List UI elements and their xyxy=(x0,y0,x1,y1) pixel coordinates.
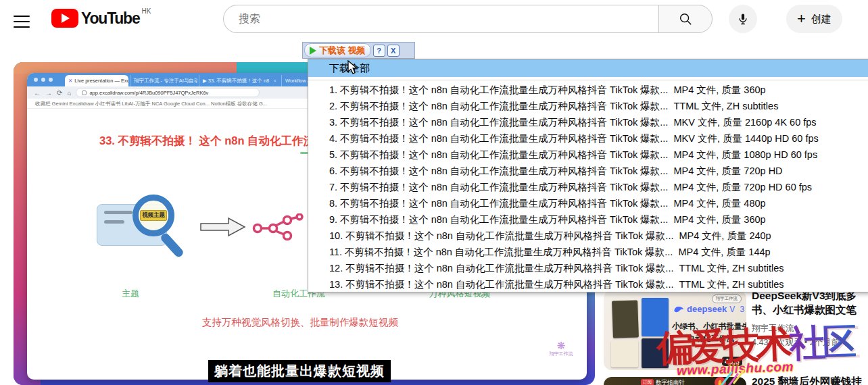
channel-watermark: ❋ 翔宇工作流 xyxy=(546,340,576,357)
forward-icon: → xyxy=(45,89,52,97)
arrow-illustration xyxy=(200,217,246,236)
create-label: 创建 xyxy=(811,13,831,26)
youtube-logo[interactable]: YouTube HK xyxy=(51,9,151,28)
download-menu-item[interactable]: 3. 不剪辑不拍摄！这个 n8n 自动化工作流批量生成万种风格抖音 TikTok… xyxy=(308,114,868,130)
download-video-button[interactable]: 下载该 视频 xyxy=(304,43,371,57)
search-bar xyxy=(223,5,713,33)
menu-separator xyxy=(308,77,868,80)
download-menu-item[interactable]: 11. 不剪辑不拍摄！这个 n8n 自动化工作流批量生成万种风格抖音 TikTo… xyxy=(308,244,868,260)
download-menu-item[interactable]: 2. 不剪辑不拍摄！这个 n8n 自动化工作流批量生成万种风格抖音 TikTok… xyxy=(308,98,868,114)
back-icon: ← xyxy=(34,89,41,97)
youtube-play-icon xyxy=(51,9,78,28)
tab-label: ▶ 33. 不剪辑不拍摄！这个 n8 xyxy=(203,78,269,84)
book-cover xyxy=(612,300,639,338)
n8n-nodes-icon xyxy=(251,213,308,242)
tab-label: Live presentation — Exca xyxy=(74,78,128,84)
download-all-item[interactable]: 下载全部 xyxy=(308,59,868,77)
thumbnail-text: 小绿书、小红书批量生成 xyxy=(672,322,746,332)
video-subtitle: 躺着也能批量出爆款短视频 xyxy=(208,360,391,382)
video-tab: ▶ 33. 不剪辑不拍摄！这个 n8 × xyxy=(199,75,280,86)
deepseek-version: V 3 xyxy=(729,305,746,314)
region-badge: HK xyxy=(142,7,151,15)
download-extension-bar: 下载该 视频 ? X xyxy=(302,42,415,59)
channel-name[interactable]: 翔宇工作流 xyxy=(752,323,868,334)
video-stats: 4.43万次观看 • 2个月前 xyxy=(752,337,868,349)
step-label-topic: 主题 xyxy=(110,288,151,300)
excalidraw-icon: ✕ xyxy=(68,78,72,84)
suggested-video-title[interactable]: 2025 翻墙后外网赚钱挂 xyxy=(752,375,868,385)
download-menu-item[interactable]: 5. 不剪辑不拍摄！这个 n8n 自动化工作流批量生成万种风格抖音 TikTok… xyxy=(308,147,868,163)
search-button[interactable] xyxy=(658,5,713,33)
thumbnail-text: 自动化工作流 xyxy=(688,334,734,344)
book-cover xyxy=(642,338,669,368)
channel-watermark-text: 翔宇工作流 xyxy=(546,351,576,357)
book-cover xyxy=(642,298,669,336)
microphone-icon xyxy=(736,12,750,26)
download-video-label: 下载该 视频 xyxy=(319,45,366,57)
youtube-page: ✕ Live presentation — Exca × 翔宇工作流 - 专注于… xyxy=(0,0,868,385)
suggested-video-thumbnail[interactable]: deepseek V 3 小绿书、小红书批量生成 自动化工作流 翔宇工作流 43… xyxy=(604,290,746,370)
youtube-header: YouTube HK + 创建 xyxy=(0,0,868,38)
close-button[interactable]: X xyxy=(387,45,400,57)
deepseek-wordmark: deepseek xyxy=(687,304,727,314)
play-triangle-icon xyxy=(310,47,316,55)
stop-hand-icon: ✋ xyxy=(715,377,726,385)
video-slide-title: 33. 不剪辑不拍摄！ 这个 n8n 自动化工作流批量生成 xyxy=(99,134,320,149)
search-box[interactable] xyxy=(223,5,658,33)
tab-label: 翔宇工作流 - 专注于AI与自动 xyxy=(134,78,197,84)
home-icon: ⌂ xyxy=(67,89,71,97)
download-menu-item[interactable]: 4. 不剪辑不拍摄！这个 n8n 自动化工作流批量生成万种风格抖音 TikTok… xyxy=(308,130,868,147)
hamburger-menu-icon[interactable] xyxy=(14,11,30,25)
help-button[interactable]: ? xyxy=(373,45,385,57)
address-bar: app.excalidraw.com/p/4RJBu090PF5J47QPxJe… xyxy=(76,88,260,97)
site-info-icon xyxy=(82,91,87,95)
flower-icon: ❋ xyxy=(546,340,576,351)
download-menu-item[interactable]: 6. 不剪辑不拍摄！这个 n8n 自动化工作流批量生成万种风格抖音 TikTok… xyxy=(308,163,868,179)
wallpaper-top-corner xyxy=(14,62,237,74)
download-menu-item[interactable]: 7. 不剪辑不拍摄！这个 n8n 自动化工作流批量生成万种风格抖音 TikTok… xyxy=(308,179,868,195)
deepseek-brand: deepseek V 3 xyxy=(673,304,746,314)
thumbnail-text: 数字指南针 xyxy=(656,379,685,385)
magnifier-illustration: 视频主题 xyxy=(132,195,174,236)
download-menu-item[interactable]: 9. 不剪辑不拍摄！这个 n8n 自动化工作流批量生成万种风格抖音 TikTok… xyxy=(308,211,868,228)
subscribe-badge: 订阅 xyxy=(641,379,654,385)
video-tab: 翔宇工作流 - 专注于AI与自动 × xyxy=(130,75,197,86)
deepseek-whale-icon xyxy=(673,305,684,313)
url-text: app.excalidraw.com/p/4RJBu090PF5J47QPxJe… xyxy=(89,90,208,96)
lens-label: 视频主题 xyxy=(140,210,167,221)
download-menu-item[interactable]: 12. 不剪辑不拍摄！这个 n8n 自动化工作流批量生成万种风格抖音 TikTo… xyxy=(308,260,868,276)
tab-close-icon: × xyxy=(274,78,276,84)
suggested-video-meta[interactable]: DeepSeek新V3到底多 书、小红书爆款图文笔 翔宇工作流 4.43万次观看… xyxy=(752,288,868,349)
youtube-wordmark: YouTube xyxy=(81,9,140,28)
download-menu-item[interactable]: 13. 不剪辑不拍摄！这个 n8n 自动化工作流批量生成万种风格抖音 TikTo… xyxy=(308,276,868,292)
suggested-video-thumbnail[interactable]: 订阅 数字指南针 ✋ xyxy=(604,377,746,385)
thumbnail-channel-tag: 翔宇工作流 xyxy=(712,294,742,303)
video-tab-active: ✕ Live presentation — Exca × xyxy=(65,75,128,86)
download-menu-item[interactable]: 1. 不剪辑不拍摄！这个 n8n 自动化工作流批量生成万种风格抖音 TikTok… xyxy=(308,82,868,98)
search-input[interactable] xyxy=(237,12,619,26)
reload-icon: ⟳ xyxy=(57,89,62,97)
video-title-line: 书、小红书爆款图文笔 xyxy=(752,303,868,317)
book-cover xyxy=(611,340,638,367)
create-button[interactable]: + 创建 xyxy=(786,5,842,33)
download-menu-item[interactable]: 8. 不剪辑不拍摄！这个 n8n 自动化工作流批量生成万种风格抖音 TikTok… xyxy=(308,195,868,211)
search-icon xyxy=(678,11,693,26)
download-menu: 下载全部 1. 不剪辑不拍摄！这个 n8n 自动化工作流批量生成万种风格抖音 T… xyxy=(308,59,868,292)
video-tagline: 支持万种视觉风格切换、批量制作爆款短视频 xyxy=(192,316,408,329)
download-menu-item[interactable]: 10. 不剪辑不拍摄！这个 n8n 自动化工作流批量生成万种风格抖音 TikTo… xyxy=(308,228,868,244)
traffic-lights-icon xyxy=(34,78,53,82)
voice-search-button[interactable] xyxy=(729,5,757,33)
plus-icon: + xyxy=(797,11,806,26)
duration-badge: 43:3 xyxy=(722,357,742,366)
